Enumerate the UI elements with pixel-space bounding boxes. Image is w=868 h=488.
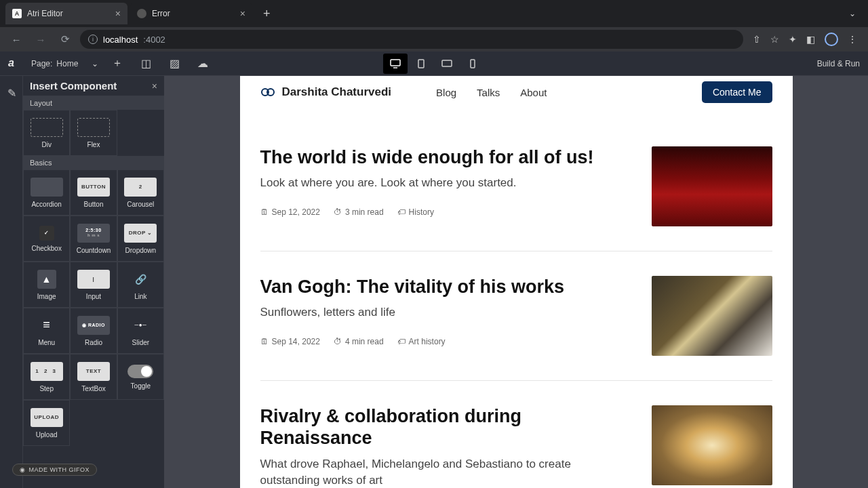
watermark-text: MADE WITH GIFOX — [29, 466, 90, 473]
add-button[interactable]: ＋ — [108, 54, 127, 73]
canvas-viewport[interactable]: Darshita Chaturvedi Blog Talks About Con… — [164, 76, 868, 488]
radio-preview-icon: ◉ RADIO — [77, 316, 110, 335]
component-toggle[interactable]: Toggle — [117, 354, 164, 400]
mobile-device-button[interactable] — [460, 54, 485, 74]
post-item[interactable]: Rivalry & collaboration during Renaissan… — [260, 381, 772, 488]
site-info-icon[interactable]: i — [88, 35, 98, 44]
toggle-preview-icon — [127, 365, 153, 378]
image-preview-icon: ▲ — [37, 270, 56, 289]
chevron-down-icon[interactable]: ⌄ — [842, 9, 863, 18]
chevron-down-icon: ⌄ — [92, 59, 98, 68]
component-flex[interactable]: Flex — [70, 110, 117, 156]
post-item[interactable]: Van Gogh: The vitality of his works Sunf… — [260, 251, 772, 381]
component-upload[interactable]: UPLOADUpload — [23, 400, 70, 446]
device-preview-group — [383, 54, 485, 74]
link-preview-icon: 🔗 — [124, 270, 157, 289]
carousel-preview-icon: 2 — [124, 178, 157, 197]
left-rail: ✎ — [0, 76, 23, 488]
edit-icon[interactable]: ✎ — [0, 81, 23, 104]
close-icon[interactable]: × — [152, 81, 157, 92]
workspace: ✎ Insert Component × Layout Div Flex Bas… — [0, 76, 868, 488]
nav-link-about[interactable]: About — [520, 87, 547, 98]
browser-address-bar: ← → ⟳ i localhost:4002 ⇧ ☆ ✦ ◧ ⋮ — [0, 27, 868, 52]
component-checkbox[interactable]: ✓Checkbox — [23, 216, 70, 262]
post-thumbnail — [652, 146, 772, 226]
reload-button[interactable]: ⟳ — [56, 30, 75, 49]
page-value: Home — [56, 59, 78, 68]
watermark-badge: ◉ MADE WITH GIFOX — [12, 464, 97, 476]
component-radio[interactable]: ◉ RADIORadio — [70, 308, 117, 354]
countdown-preview-icon: 2:5:30h m s — [77, 224, 110, 243]
layout-icon[interactable]: ◫ — [136, 54, 155, 73]
app-toolbar: a Page: Home ⌄ ＋ ◫ ▨ ☁ Build & Run — [0, 52, 868, 76]
section-label-basics: Basics — [23, 156, 164, 169]
tablet-landscape-button[interactable] — [435, 54, 459, 74]
input-preview-icon: | — [77, 270, 110, 289]
component-label: Flex — [87, 141, 100, 148]
apps-icon[interactable]: ◧ — [806, 34, 815, 45]
calendar-icon: 🗓 — [260, 337, 269, 346]
browser-tab-active[interactable]: A Atri Editor × — [5, 3, 127, 24]
component-menu[interactable]: ≡Menu — [23, 308, 70, 354]
component-button[interactable]: BUTTONButton — [70, 169, 117, 216]
browser-tab[interactable]: Error × — [130, 3, 252, 24]
image-icon[interactable]: ▨ — [165, 54, 184, 73]
page-selector[interactable]: Page: Home ⌄ — [31, 59, 98, 68]
component-step[interactable]: 1 2 3Step — [23, 354, 70, 400]
clock-icon: ⏱ — [334, 207, 342, 217]
component-label: Slider — [132, 339, 150, 346]
component-image[interactable]: ▲Image — [23, 262, 70, 308]
canvas-page[interactable]: Darshita Chaturvedi Blog Talks About Con… — [240, 76, 793, 488]
nav-link-talks[interactable]: Talks — [477, 87, 500, 98]
checkbox-preview-icon: ✓ — [39, 226, 54, 241]
share-icon[interactable]: ⇧ — [753, 34, 761, 45]
menu-preview-icon: ≡ — [31, 316, 63, 335]
upload-preview-icon: UPLOAD — [31, 408, 63, 427]
app-logo[interactable]: a — [8, 57, 22, 70]
post-body: Van Gogh: The vitality of his works Sunf… — [260, 276, 631, 356]
nav-link-blog[interactable]: Blog — [436, 87, 456, 98]
component-input[interactable]: |Input — [70, 262, 117, 308]
component-countdown[interactable]: 2:5:30h m sCountdown — [70, 216, 117, 262]
forward-button[interactable]: → — [31, 30, 50, 49]
contact-button[interactable]: Contact Me — [702, 81, 772, 103]
div-preview-icon — [31, 118, 63, 137]
build-run-button[interactable]: Build & Run — [817, 59, 860, 68]
back-button[interactable]: ← — [7, 30, 26, 49]
camera-icon: ◉ — [20, 466, 26, 473]
component-dropdown[interactable]: DROP ⌄Dropdown — [117, 216, 164, 262]
menu-icon[interactable]: ⋮ — [848, 34, 857, 45]
button-preview-icon: BUTTON — [77, 178, 110, 197]
profile-avatar[interactable] — [825, 33, 838, 46]
extensions-icon[interactable]: ✦ — [789, 34, 797, 45]
url-input[interactable]: i localhost:4002 — [80, 30, 743, 49]
component-textbox[interactable]: TEXTTextBox — [70, 354, 117, 400]
post-meta: 🗓Sep 12, 2022 ⏱3 min read 🏷History — [260, 207, 631, 217]
component-label: Div — [41, 141, 51, 148]
bookmark-icon[interactable]: ☆ — [770, 34, 779, 45]
new-tab-button[interactable]: + — [255, 7, 279, 21]
component-accordion[interactable]: Accordion — [23, 169, 70, 216]
layout-components: Div Flex — [23, 110, 164, 156]
post-date: 🗓Sep 12, 2022 — [260, 207, 320, 217]
component-label: Toggle — [131, 382, 151, 390]
browser-tab-strip: A Atri Editor × Error × + ⌄ — [0, 0, 868, 27]
component-link[interactable]: 🔗Link — [117, 262, 164, 308]
component-carousel[interactable]: 2Carousel — [117, 169, 164, 216]
close-icon[interactable]: × — [115, 8, 121, 19]
post-item[interactable]: The world is wide enough for all of us! … — [260, 122, 772, 251]
svg-rect-2 — [442, 60, 452, 66]
tablet-device-button[interactable] — [409, 54, 433, 74]
dropdown-preview-icon: DROP ⌄ — [124, 224, 157, 243]
svg-rect-3 — [471, 60, 475, 68]
close-icon[interactable]: × — [240, 8, 245, 19]
post-title: The world is wide enough for all of us! — [260, 146, 631, 168]
component-slider[interactable]: ─●─Slider — [117, 308, 164, 354]
component-div[interactable]: Div — [23, 110, 70, 156]
post-subtitle: Look at where you are. Look at where you… — [260, 175, 631, 191]
site-logo[interactable]: Darshita Chaturvedi — [260, 85, 392, 100]
desktop-device-button[interactable] — [383, 54, 408, 74]
post-subtitle: What drove Raphael, Michelangelo and Seb… — [260, 456, 631, 488]
post-meta: 🗓Sep 14, 2022 ⏱4 min read 🏷Art history — [260, 337, 631, 346]
sync-icon[interactable]: ☁ — [193, 54, 212, 73]
